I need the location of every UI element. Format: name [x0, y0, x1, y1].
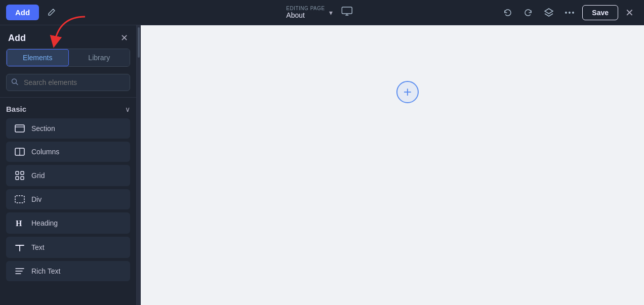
monitor-icon	[342, 7, 353, 16]
svg-rect-14	[15, 196, 24, 203]
svg-rect-11	[21, 171, 24, 175]
canvas-add-button[interactable]: +	[396, 81, 419, 103]
section-divider	[0, 97, 136, 98]
richtext-icon	[14, 267, 25, 275]
sidebar-header: Add ✕	[0, 25, 136, 49]
monitor-button[interactable]	[337, 4, 358, 21]
svg-rect-13	[21, 177, 24, 180]
svg-rect-6	[15, 125, 24, 132]
svg-text:H: H	[16, 219, 22, 228]
sidebar-close-button[interactable]: ✕	[120, 32, 128, 43]
element-richtext-label: Rich Text	[31, 267, 60, 275]
svg-rect-10	[16, 171, 19, 175]
edit-icon-button[interactable]	[43, 5, 59, 21]
columns-icon	[14, 148, 25, 156]
more-dots-icon: •••	[565, 9, 576, 17]
tab-elements[interactable]: Elements	[7, 49, 69, 66]
undo-icon	[503, 8, 512, 17]
element-grid-label: Grid	[31, 171, 45, 180]
sidebar-title: Add	[8, 33, 26, 43]
undo-button[interactable]	[499, 5, 516, 20]
element-heading-label: Heading	[31, 219, 58, 227]
redo-button[interactable]	[519, 5, 537, 20]
search-box	[6, 74, 130, 91]
layers-button[interactable]	[540, 5, 558, 21]
edit-icon	[46, 8, 56, 18]
page-name: About	[286, 11, 305, 19]
basic-section-label: Basic	[6, 105, 26, 113]
basic-section: Basic ∨ Section	[0, 100, 136, 284]
top-header: Add EDITING PAGE About ▾	[0, 0, 644, 25]
redo-icon	[524, 8, 533, 17]
header-right-controls: ••• Save ✕	[499, 5, 638, 21]
element-section[interactable]: Section	[6, 118, 130, 139]
div-icon	[14, 195, 25, 203]
save-button[interactable]: Save	[582, 5, 618, 20]
section-icon	[14, 124, 25, 133]
element-columns[interactable]: Columns	[6, 142, 130, 162]
page-chevron-icon[interactable]: ▾	[329, 9, 333, 17]
search-input[interactable]	[6, 74, 130, 91]
scrollbar-track	[137, 25, 141, 305]
search-icon	[11, 78, 18, 87]
element-grid[interactable]: Grid	[6, 165, 130, 186]
element-div-label: Div	[31, 195, 42, 203]
editing-page-label: EDITING PAGE	[286, 6, 325, 11]
main-layout: Add ✕ Elements Library Basic ∨	[0, 25, 644, 305]
element-div[interactable]: Div	[6, 189, 130, 209]
sidebar: Add ✕ Elements Library Basic ∨	[0, 25, 137, 305]
basic-chevron-icon[interactable]: ∨	[125, 105, 130, 113]
text-icon	[14, 243, 25, 252]
scrollbar-thumb[interactable]	[138, 27, 140, 58]
heading-icon: H	[14, 219, 25, 228]
svg-line-5	[16, 83, 18, 85]
svg-rect-12	[16, 177, 19, 180]
close-button[interactable]: ✕	[621, 5, 638, 21]
element-heading[interactable]: H Heading	[6, 212, 130, 234]
element-text-label: Text	[31, 243, 45, 251]
editing-label: EDITING PAGE About	[286, 6, 325, 19]
grid-icon	[14, 171, 25, 180]
more-button[interactable]: •••	[561, 6, 580, 20]
svg-rect-0	[342, 7, 352, 14]
element-list: Section Columns	[6, 118, 130, 281]
layers-icon	[544, 8, 554, 18]
tab-group: Elements Library	[6, 49, 130, 67]
element-columns-label: Columns	[31, 148, 59, 156]
element-richtext[interactable]: Rich Text	[6, 261, 130, 281]
element-text[interactable]: Text	[6, 237, 130, 258]
canvas-area: +	[141, 25, 644, 305]
element-section-label: Section	[31, 124, 55, 133]
svg-marker-3	[545, 9, 553, 14]
basic-section-header: Basic ∨	[6, 105, 130, 113]
add-button[interactable]: Add	[6, 5, 39, 20]
tab-library[interactable]: Library	[69, 49, 130, 66]
